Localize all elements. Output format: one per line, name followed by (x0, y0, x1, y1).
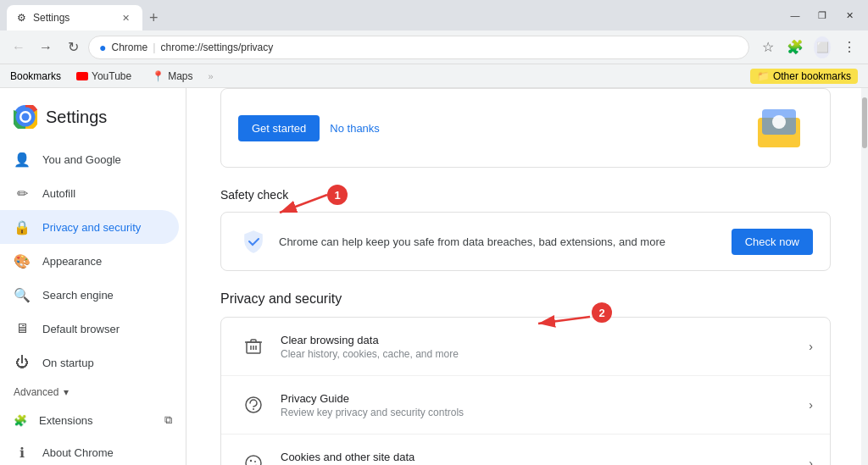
window-controls: — ❐ ✕ (783, 7, 861, 24)
forward-button[interactable]: → (34, 36, 58, 59)
toolbar-actions: ☆ 🧩 ⬜ ⋮ (756, 36, 861, 59)
privacy-item-privacy-guide[interactable]: Privacy Guide Review key privacy and sec… (221, 376, 830, 435)
close-window-button[interactable]: ✕ (837, 7, 861, 24)
privacy-icon: 🔒 (14, 219, 31, 235)
about-icon: ℹ (14, 444, 31, 461)
folder-icon: 📁 (757, 70, 770, 82)
sidebar-label-appearance: Appearance (42, 255, 102, 268)
new-tab-button[interactable]: + (142, 6, 165, 30)
sidebar-label-about: About Chrome (42, 446, 114, 459)
sidebar-item-search-engine[interactable]: 🔍 Search engine (0, 278, 179, 312)
settings-logo: Settings (0, 95, 186, 142)
privacy-guide-title: Privacy Guide (281, 392, 797, 405)
gs-illustration (745, 102, 813, 153)
extensions-button[interactable]: 🧩 (783, 36, 807, 59)
active-tab[interactable]: ⚙ Settings ✕ (7, 5, 142, 30)
maps-bookmark[interactable]: 📍 Maps (147, 69, 198, 84)
gs-buttons: Get started No thanks (238, 115, 380, 141)
get-started-button[interactable]: Get started (238, 115, 320, 141)
bookmarks-bar: Bookmarks YouTube 📍 Maps » 📁 Other bookm… (0, 64, 868, 88)
get-started-card: Get started No thanks (220, 88, 831, 168)
safety-card-left: Chrome can help keep you safe from data … (238, 226, 665, 257)
sidebar-item-autofill[interactable]: ✏ Autofill (0, 176, 179, 210)
svg-point-13 (250, 460, 252, 462)
safety-desc: Chrome can help keep you safe from data … (279, 235, 665, 248)
back-button[interactable]: ← (7, 36, 31, 59)
safety-card: Chrome can help keep you safe from data … (220, 212, 831, 271)
privacy-item-cookies[interactable]: Cookies and other site data Third-party … (221, 435, 830, 465)
privacy-guide-icon (238, 390, 269, 420)
more-bookmarks[interactable]: » (209, 71, 214, 81)
scrollbar-thumb[interactable] (862, 97, 867, 148)
sidebar-item-you-and-google[interactable]: 👤 You and Google (0, 142, 179, 176)
privacy-guide-content: Privacy Guide Review key privacy and sec… (281, 392, 797, 418)
profile-button[interactable]: ⬜ (810, 36, 834, 59)
sidebar-item-about-chrome[interactable]: ℹ About Chrome (0, 435, 179, 465)
minimize-button[interactable]: — (783, 7, 807, 24)
omnibox-url-prefix: Chrome (111, 42, 147, 53)
settings-page: Settings 👤 You and Google ✏ Autofill 🔒 P… (0, 88, 868, 465)
autofill-icon: ✏ (14, 185, 31, 202)
no-thanks-button[interactable]: No thanks (330, 122, 380, 135)
privacy-guide-desc: Review key privacy and security controls (281, 407, 797, 418)
sidebar-item-extensions[interactable]: 🧩 Extensions ⧉ (0, 405, 186, 435)
advanced-label: Advanced (14, 386, 58, 398)
sidebar-item-privacy-and-security[interactable]: 🔒 Privacy and security (0, 210, 179, 244)
omnibox-url: chrome://settings/privacy (161, 42, 274, 53)
startup-icon: ⏻ (14, 354, 31, 371)
other-bookmarks[interactable]: 📁 Other bookmarks (750, 69, 858, 84)
tab-title: Settings (33, 12, 70, 24)
cookies-content: Cookies and other site data Third-party … (281, 451, 797, 466)
monitor-icon: 🖥 (14, 320, 31, 337)
title-bar: ⚙ Settings ✕ + — ❐ ✕ (0, 0, 868, 30)
reload-button[interactable]: ↻ (61, 36, 85, 59)
sidebar-item-appearance[interactable]: 🎨 Appearance (0, 244, 179, 278)
youtube-icon (76, 72, 88, 80)
arrow-right-icon-2: › (809, 398, 813, 412)
content-area: Get started No thanks Safety check (186, 88, 865, 465)
nav-bar: ← → ↻ ● Chrome | chrome://settings/priva… (0, 30, 868, 64)
settings-title: Settings (46, 108, 107, 127)
youtube-bookmark[interactable]: YouTube (71, 69, 136, 84)
bookmarks-label: Bookmarks (10, 70, 61, 82)
sidebar-label-extensions: Extensions (39, 414, 93, 427)
chrome-icon: ● (99, 41, 106, 54)
sidebar-item-on-startup[interactable]: ⏻ On startup (0, 346, 179, 379)
omnibox-separator: | (153, 41, 155, 53)
privacy-item-clear-browsing[interactable]: Clear browsing data Clear history, cooki… (221, 318, 830, 376)
sidebar-label-autofill: Autofill (42, 187, 75, 200)
close-tab-button[interactable]: ✕ (119, 11, 132, 25)
bookmark-button[interactable]: ☆ (756, 36, 780, 59)
arrow-right-icon-3: › (809, 457, 813, 465)
privacy-section-title: Privacy and security (220, 291, 831, 307)
menu-button[interactable]: ⋮ (837, 36, 861, 59)
clear-browsing-title: Clear browsing data (281, 334, 797, 346)
sidebar-item-default-browser[interactable]: 🖥 Default browser (0, 312, 179, 346)
arrow-right-icon: › (809, 340, 813, 353)
profile-avatar: ⬜ (814, 36, 831, 58)
appearance-icon: 🎨 (14, 252, 31, 269)
clear-browsing-content: Clear browsing data Clear history, cooki… (281, 334, 797, 360)
sidebar: Settings 👤 You and Google ✏ Autofill 🔒 P… (0, 88, 186, 465)
cookie-icon (238, 448, 269, 465)
trash-icon (238, 331, 269, 362)
external-link-icon: ⧉ (164, 413, 172, 427)
advanced-section[interactable]: Advanced ▾ (0, 379, 186, 405)
other-bookmarks-label: Other bookmarks (773, 70, 851, 82)
svg-point-14 (254, 461, 256, 462)
svg-point-12 (246, 456, 261, 465)
chevron-down-icon: ▾ (64, 386, 69, 398)
extensions-icon: 🧩 (14, 414, 27, 427)
scrollbar[interactable] (861, 88, 868, 465)
maps-icon: 📍 (152, 70, 164, 82)
clear-browsing-desc: Clear history, cookies, cache, and more (281, 348, 797, 360)
sidebar-label-search: Search engine (42, 289, 114, 302)
maximize-button[interactable]: ❐ (810, 7, 834, 24)
sidebar-label-you-and-google: You and Google (42, 153, 121, 166)
youtube-label: YouTube (92, 70, 131, 82)
maps-label: Maps (168, 70, 192, 82)
search-icon: 🔍 (14, 286, 31, 303)
omnibox[interactable]: ● Chrome | chrome://settings/privacy (88, 36, 749, 59)
chrome-logo-icon (14, 105, 37, 129)
check-now-button[interactable]: Check now (732, 229, 813, 255)
